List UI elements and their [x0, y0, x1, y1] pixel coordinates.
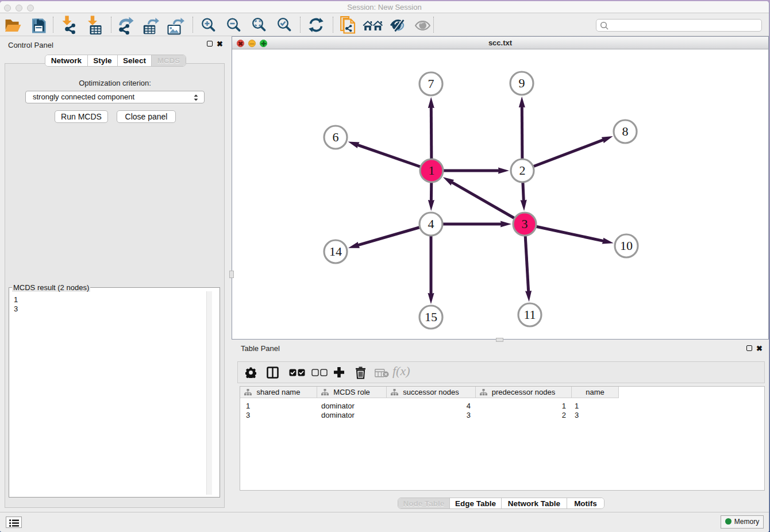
svg-text:8: 8 [622, 124, 629, 138]
svg-text:14: 14 [329, 244, 342, 259]
svg-text:6: 6 [333, 130, 339, 144]
svg-text:4: 4 [428, 217, 434, 231]
svg-text:2: 2 [519, 163, 526, 178]
svg-text:11: 11 [523, 307, 536, 322]
svg-text:3: 3 [522, 217, 528, 231]
svg-text:1: 1 [429, 163, 435, 178]
svg-text:7: 7 [428, 76, 434, 91]
svg-text:10: 10 [620, 238, 633, 253]
svg-text:9: 9 [519, 76, 525, 90]
svg-text:15: 15 [425, 310, 437, 324]
